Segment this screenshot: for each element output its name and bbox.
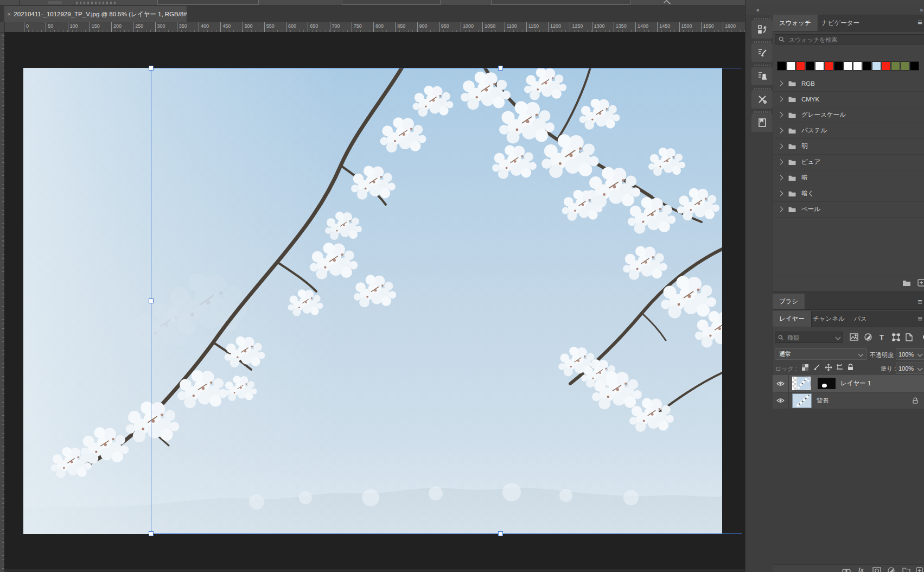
folder-icon (788, 80, 796, 87)
lock-paint-icon[interactable] (813, 363, 821, 371)
options-field[interactable] (157, 0, 259, 5)
panel-menu-icon[interactable]: ≡ (917, 20, 922, 25)
lock-transparency-icon[interactable] (801, 363, 809, 371)
transform-handle-top-center[interactable] (498, 66, 503, 71)
filter-type-layers-icon[interactable]: T (878, 333, 885, 341)
new-swatch-group-icon[interactable] (902, 278, 912, 287)
layer-style-icon[interactable]: fx (858, 567, 864, 572)
visibility-toggle[interactable] (773, 375, 789, 392)
pasteboard[interactable] (4, 32, 745, 572)
chevron-right-icon[interactable] (778, 112, 783, 118)
transform-handle-bottom-left[interactable] (149, 531, 154, 536)
filter-smart-objects-icon[interactable] (904, 333, 913, 341)
visibility-toggle[interactable] (773, 392, 789, 409)
chevron-right-icon[interactable] (778, 128, 783, 134)
lock-artboard-icon[interactable] (836, 363, 844, 371)
swatch-group-row[interactable]: ペール (773, 201, 924, 218)
options-field[interactable] (491, 0, 630, 5)
swatch-group-row[interactable]: CMYK (773, 91, 924, 107)
layer-name[interactable]: レイヤー 1 (840, 379, 871, 387)
opacity-field[interactable]: 100% (896, 348, 924, 360)
swatch-group-row[interactable]: ピュア (773, 154, 924, 170)
lock-all-icon[interactable] (846, 363, 855, 371)
link-layers-icon[interactable] (842, 567, 851, 572)
tab-paths[interactable]: パス (847, 311, 874, 327)
color-swatch[interactable] (844, 61, 853, 71)
chevron-right-icon[interactable] (778, 144, 783, 149)
document-tab[interactable]: × 20210411-_1012929_TP_V.jpg @ 80.5% (レイ… (4, 6, 187, 22)
adjustment-layer-icon[interactable] (888, 567, 895, 572)
chevron-right-icon[interactable] (778, 160, 783, 165)
ruler-label: 450 (220, 22, 231, 32)
background-thumbnail[interactable] (792, 393, 812, 408)
swatch-search-field[interactable] (775, 34, 924, 45)
layer1-thumbnail[interactable] (792, 377, 811, 390)
color-swatch[interactable] (815, 61, 824, 71)
add-mask-icon[interactable] (872, 567, 881, 572)
tool-presets-panel-icon[interactable] (751, 90, 773, 109)
color-swatch[interactable] (863, 61, 872, 71)
swatch-group-row[interactable]: RGB (773, 75, 924, 92)
filter-shape-layers-icon[interactable] (891, 333, 901, 341)
fill-field[interactable]: 100% (896, 363, 924, 374)
filter-adjustment-layers-icon[interactable] (864, 333, 872, 341)
layer-name[interactable]: 背景 (817, 397, 829, 405)
color-swatch[interactable] (882, 61, 891, 71)
horizontal-ruler[interactable]: 0501001502002503003504004505005506006507… (4, 22, 745, 33)
chevron-down-icon (836, 335, 841, 340)
chevron-right-icon[interactable] (778, 191, 783, 196)
layer1-mask-thumbnail[interactable] (818, 378, 836, 389)
lock-position-icon[interactable] (824, 363, 832, 371)
swatch-group-row[interactable]: 暗く (773, 186, 924, 202)
filter-pixel-layers-icon[interactable] (849, 333, 859, 341)
blend-mode-select[interactable]: 通常 (775, 348, 867, 360)
swatch-search-input[interactable] (788, 36, 921, 43)
layer-row-background[interactable]: 背景 (773, 392, 924, 409)
color-swatch[interactable] (806, 61, 815, 71)
chevron-right-icon[interactable] (778, 81, 783, 86)
color-swatch[interactable] (901, 61, 910, 71)
options-field[interactable] (342, 0, 441, 5)
swatch-group-row[interactable]: グレースケール (773, 107, 924, 123)
brush-settings-panel-icon[interactable] (751, 43, 773, 62)
new-group-icon[interactable] (902, 567, 910, 572)
color-swatch[interactable] (891, 61, 900, 71)
transform-handle-top-left[interactable] (149, 66, 154, 71)
color-swatch[interactable] (787, 61, 796, 71)
layers-panel-menu-icon[interactable]: ≡ (917, 316, 922, 321)
chevron-right-icon[interactable] (778, 207, 783, 212)
libraries-panel-icon[interactable] (751, 113, 773, 132)
color-swatch[interactable] (825, 61, 834, 71)
color-swatch[interactable] (796, 61, 805, 71)
close-tab-icon[interactable]: × (4, 11, 14, 17)
chevron-right-icon[interactable] (778, 175, 783, 181)
layer-row-layer1[interactable]: レイヤー 1 (773, 375, 924, 392)
color-swatch[interactable] (834, 61, 843, 71)
history-panel-icon[interactable] (751, 20, 773, 39)
tab-swatches[interactable]: スウォッチ (773, 15, 818, 31)
brush-panel-menu-icon[interactable]: ≡ (917, 299, 922, 304)
filter-toggle-icon[interactable] (921, 333, 924, 341)
transform-handle-middle-left[interactable] (149, 298, 154, 303)
new-swatch-icon[interactable] (917, 278, 924, 287)
collapse-panels-icon[interactable]: « (756, 7, 760, 13)
tab-navigator[interactable]: ナビゲーター (815, 15, 866, 31)
color-swatch[interactable] (910, 61, 919, 71)
swatch-group-row[interactable]: 明 (773, 138, 924, 155)
swatch-group-row[interactable]: パステル (773, 123, 924, 139)
layer-filter-input[interactable] (786, 334, 836, 341)
color-swatch[interactable] (777, 61, 786, 71)
tab-channels[interactable]: チャンネル (806, 311, 851, 327)
transform-handle-bottom-center[interactable] (498, 531, 503, 536)
clone-source-panel-icon[interactable] (751, 67, 773, 85)
chevron-right-icon[interactable] (778, 97, 783, 102)
tab-brush[interactable]: ブラシ (773, 294, 805, 309)
background-lock-icon[interactable] (913, 397, 918, 404)
canvas-image[interactable] (23, 68, 722, 534)
expand-panels-icon[interactable]: » (920, 7, 923, 13)
color-swatch[interactable] (853, 61, 862, 71)
layer-filter-field[interactable] (775, 332, 843, 343)
new-layer-icon[interactable] (916, 567, 923, 572)
color-swatch[interactable] (872, 61, 881, 71)
swatch-group-row[interactable]: 暗 (773, 170, 924, 186)
